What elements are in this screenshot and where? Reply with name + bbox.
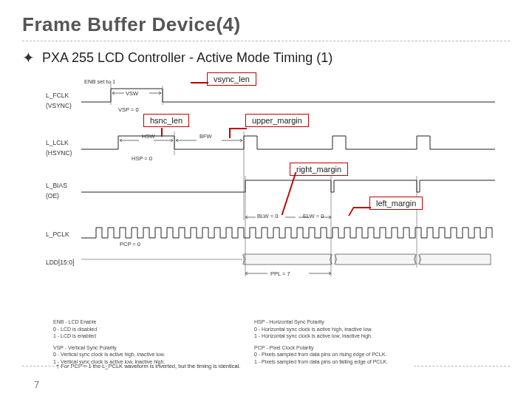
callout-line <box>353 207 371 208</box>
callout-line <box>161 128 163 137</box>
fn-vsp-h: VSP - Vertical Sync Polarity <box>53 344 239 351</box>
fn-pcp-0: 0 - Pixels sampled from data pins on ris… <box>254 351 502 358</box>
callout-left-margin: left_margin <box>369 197 423 210</box>
svg-rect-1 <box>335 254 415 265</box>
fn-enb-0: 0 - LCD is disabled <box>53 326 239 332</box>
callout-vsync-len: vsync_len <box>207 72 256 86</box>
footer-divider-left <box>22 366 118 366</box>
subtitle-row: ✦ PXA 255 LCD Controller - Active Mode T… <box>22 49 510 66</box>
fn-pcp-h: PCP - Pixel Clock Polarity <box>254 344 502 351</box>
svg-rect-2 <box>420 254 491 265</box>
svg-rect-0 <box>244 254 331 265</box>
fn-pcp-1: 1 - Pixels sampled from data pins on fal… <box>254 358 502 365</box>
callout-line <box>191 82 208 83</box>
footer-divider-right <box>414 366 510 366</box>
fn-hsp-h: HSP - Horizontal Sync Polarity <box>254 318 502 325</box>
callout-upper-margin: upper_margin <box>245 114 309 127</box>
callout-right-margin: right_margin <box>290 163 348 176</box>
fn-hsp-1: 1 - Horizontal sync clock is active low,… <box>254 332 502 339</box>
fn-hsp-0: 0 - Horizontal sync clock is active high… <box>254 326 502 332</box>
fn-vsp-0: 0 - Vertical sync clock is active high, … <box>53 351 239 358</box>
bullet-icon: ✦ <box>22 49 35 66</box>
callout-line <box>229 128 247 129</box>
callout-line <box>229 128 231 138</box>
fn-enb-h: ENB - LCD Enable <box>53 318 239 325</box>
page-title: Frame Buffer Device(4) <box>22 13 510 36</box>
fn-enb-1: 1 - LCD is enabled <box>53 332 239 339</box>
callout-hsnc-len: hsnc_len <box>143 114 189 127</box>
page-number: 7 <box>34 379 39 390</box>
subtitle: PXA 255 LCD Controller - Active Mode Tim… <box>42 50 332 66</box>
footnotes: ENB - LCD Enable 0 - LCD is disabled 1 -… <box>53 318 502 365</box>
title-divider <box>22 41 510 41</box>
timing-diagram: L_FCLK (VSYNC) L_LCLK (HSYNC) L_BIAS (OE… <box>52 72 495 331</box>
